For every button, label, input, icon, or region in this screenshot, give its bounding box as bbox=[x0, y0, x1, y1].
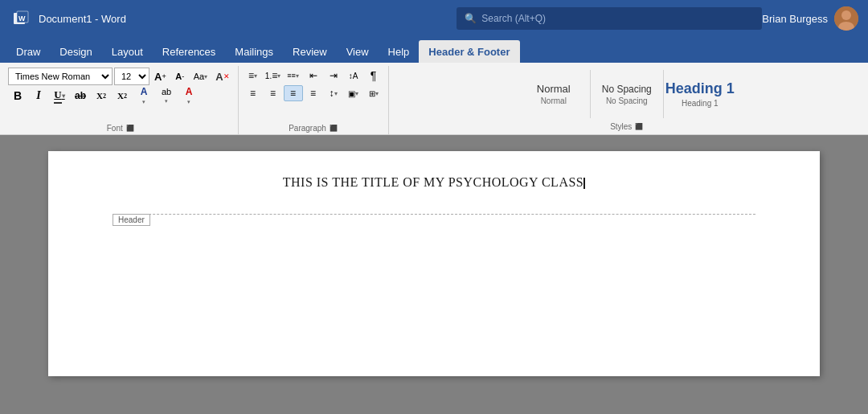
tab-mailings[interactable]: Mailings bbox=[225, 40, 283, 63]
style-no-spacing[interactable]: No Spacing No Spacing bbox=[591, 68, 663, 121]
document-page: THIS IS THE TITLE OF MY PSYCHOLOGY CLASS… bbox=[48, 151, 820, 376]
styles-group-label: Styles ⬛ bbox=[610, 121, 643, 133]
word-icon: W bbox=[10, 7, 32, 30]
para-row-1: ≡▾ 1.≡▾ ≡≡▾ ⇤ ⇥ ↕A ¶ bbox=[244, 68, 383, 84]
clear-formatting-button[interactable]: A✕ bbox=[212, 68, 232, 85]
font-row-2: B I U ▾ ab X2 X2 A ▾ ab ▾ bbox=[8, 87, 199, 105]
style-no-spacing-label: No Spacing bbox=[606, 96, 648, 105]
line-spacing-button[interactable]: ↕▾ bbox=[324, 85, 343, 101]
shading-button[interactable]: ▣▾ bbox=[344, 85, 363, 101]
header-section: Header bbox=[113, 214, 755, 215]
borders-button[interactable]: ⊞▾ bbox=[364, 85, 383, 101]
font-group-label: Font ⬛ bbox=[8, 124, 233, 133]
svg-text:W: W bbox=[18, 14, 26, 23]
styles-content: Normal Normal No Spacing No Spacing Head… bbox=[518, 68, 736, 121]
increase-indent-button[interactable]: ⇥ bbox=[324, 68, 343, 84]
search-bar[interactable]: 🔍 bbox=[457, 7, 762, 30]
title-bar: W Document1 - Word 🔍 Brian Burgess bbox=[0, 0, 868, 37]
show-paragraph-button[interactable]: ¶ bbox=[364, 68, 383, 84]
tab-header-footer[interactable]: Header & Footer bbox=[419, 40, 519, 63]
styles-group: Normal Normal No Spacing No Spacing Head… bbox=[389, 66, 865, 134]
font-grow-button[interactable]: A+ bbox=[151, 68, 170, 85]
user-area: Brian Burgess bbox=[762, 6, 858, 31]
search-icon: 🔍 bbox=[465, 13, 477, 24]
font-shrink-button[interactable]: A- bbox=[171, 68, 189, 85]
tab-review[interactable]: Review bbox=[283, 40, 337, 63]
style-normal-text: Normal bbox=[537, 83, 571, 95]
app-title: Document1 - Word bbox=[39, 13, 457, 25]
tab-references[interactable]: References bbox=[153, 40, 225, 63]
align-left-button[interactable]: ≡ bbox=[244, 85, 263, 101]
paragraph-group: ≡▾ 1.≡▾ ≡≡▾ ⇤ ⇥ ↕A ¶ ≡ ≡ ≡ ≡ bbox=[239, 66, 389, 134]
font-row-1: Times New Roman Arial Calibri 12 10 11 1… bbox=[8, 68, 233, 85]
avatar bbox=[834, 6, 858, 31]
paragraph-group-label: Paragraph ⬛ bbox=[244, 124, 383, 133]
font-group: Times New Roman Arial Calibri 12 10 11 1… bbox=[3, 66, 239, 134]
ribbon-tabs: Draw Design Layout References Mailings R… bbox=[0, 37, 868, 63]
bold-button[interactable]: B bbox=[8, 87, 27, 105]
underline-button[interactable]: U ▾ bbox=[50, 87, 69, 105]
bullet-list-button[interactable]: ≡▾ bbox=[244, 68, 263, 84]
app-body: THIS IS THE TITLE OF MY PSYCHOLOGY CLASS… bbox=[0, 135, 868, 414]
tab-layout[interactable]: Layout bbox=[102, 40, 153, 63]
search-input[interactable] bbox=[481, 13, 754, 24]
align-right-button[interactable]: ≡ bbox=[284, 85, 303, 101]
svg-point-5 bbox=[841, 10, 851, 20]
para-row-2: ≡ ≡ ≡ ≡ ↕▾ ▣▾ ⊞▾ bbox=[244, 85, 383, 101]
header-dashed-line bbox=[113, 214, 755, 215]
header-label: Header bbox=[113, 214, 150, 226]
style-normal[interactable]: Normal Normal bbox=[518, 68, 590, 121]
italic-button[interactable]: I bbox=[29, 87, 48, 105]
strikethrough-button[interactable]: ab bbox=[71, 87, 90, 105]
highlight-button[interactable]: ab ▾ bbox=[156, 87, 177, 105]
styles-expand-icon[interactable]: ⬛ bbox=[635, 123, 643, 130]
tab-design[interactable]: Design bbox=[50, 40, 101, 63]
document-area[interactable]: THIS IS THE TITLE OF MY PSYCHOLOGY CLASS… bbox=[0, 135, 868, 414]
cursor bbox=[583, 178, 585, 189]
align-center-button[interactable]: ≡ bbox=[264, 85, 283, 101]
font-name-select[interactable]: Times New Roman Arial Calibri bbox=[8, 68, 113, 85]
style-heading1-label: Heading 1 bbox=[682, 99, 719, 108]
style-normal-label: Normal bbox=[541, 96, 567, 105]
style-heading1[interactable]: Heading 1 Heading 1 bbox=[664, 68, 736, 121]
change-case-button[interactable]: Aa▾ bbox=[190, 68, 211, 85]
document-title[interactable]: THIS IS THE TITLE OF MY PSYCHOLOGY CLASS bbox=[113, 175, 755, 190]
numbered-list-button[interactable]: 1.≡▾ bbox=[264, 68, 283, 84]
tab-draw[interactable]: Draw bbox=[6, 40, 50, 63]
tab-view[interactable]: View bbox=[337, 40, 379, 63]
paragraph-expand-icon[interactable]: ⬛ bbox=[330, 125, 338, 132]
multilevel-list-button[interactable]: ≡≡▾ bbox=[284, 68, 303, 84]
subscript-button[interactable]: X2 bbox=[92, 87, 111, 105]
font-color-button[interactable]: A ▾ bbox=[133, 87, 154, 105]
user-name: Brian Burgess bbox=[762, 13, 828, 25]
superscript-button[interactable]: X2 bbox=[113, 87, 132, 105]
style-heading1-text: Heading 1 bbox=[665, 80, 735, 97]
tab-help[interactable]: Help bbox=[379, 40, 420, 63]
ribbon: Times New Roman Arial Calibri 12 10 11 1… bbox=[0, 63, 868, 135]
justify-button[interactable]: ≡ bbox=[304, 85, 323, 101]
text-color-button[interactable]: A ▾ bbox=[178, 87, 199, 105]
font-expand-icon[interactable]: ⬛ bbox=[126, 125, 134, 132]
sort-button[interactable]: ↕A bbox=[344, 68, 363, 84]
style-no-spacing-text: No Spacing bbox=[602, 84, 652, 95]
decrease-indent-button[interactable]: ⇤ bbox=[304, 68, 323, 84]
font-size-select[interactable]: 12 10 11 14 bbox=[114, 68, 149, 85]
